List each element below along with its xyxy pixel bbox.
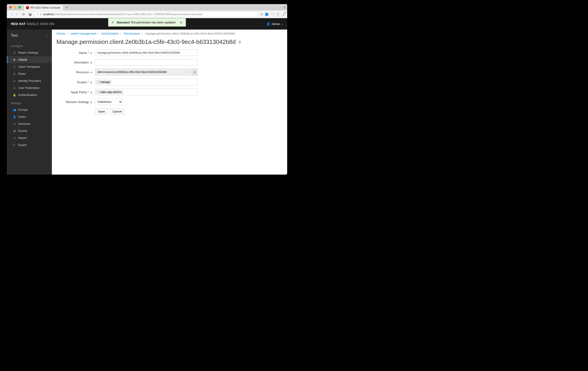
- page-title: Manage.permission.client.2e0b3b1a-c5fe-4…: [56, 39, 283, 45]
- url-field[interactable]: ⚲ ⊕ localhost:8080/auth/admin/master/con…: [35, 12, 258, 17]
- export-icon: ⇱: [13, 143, 16, 147]
- realm-selector[interactable]: Test ⌄: [7, 30, 52, 41]
- breadcrumb-permissions[interactable]: Permissions: [124, 32, 140, 35]
- forward-button[interactable]: 〉: [15, 12, 19, 16]
- sidebar-item-client-templates[interactable]: ⧉Client Templates: [7, 63, 52, 70]
- user-menu[interactable]: 👤 Admin ⌄: [266, 22, 283, 26]
- share-icon[interactable]: ⇪: [277, 12, 279, 16]
- search-icon: ⚲: [37, 13, 38, 16]
- globe-icon: ⊕: [40, 13, 42, 16]
- cancel-button[interactable]: Cancel: [110, 108, 125, 115]
- scopes-input[interactable]: ×manage: [95, 79, 198, 85]
- sidebar-item-label: Events: [18, 129, 27, 132]
- sidebar: Test ⌄ Configure ☰Realm Settings ⬢Client…: [7, 18, 52, 175]
- sidebar-item-user-federation[interactable]: ≋User Federation: [7, 84, 52, 91]
- reload-button[interactable]: ⟳: [22, 12, 25, 16]
- help-icon[interactable]: ◉: [90, 91, 92, 94]
- help-icon[interactable]: ◉: [90, 100, 92, 104]
- favorite-icon[interactable]: ♡: [271, 12, 274, 16]
- save-button[interactable]: Save: [95, 108, 108, 115]
- close-window-button[interactable]: [9, 6, 12, 9]
- resource-value: client.resource.2e0b3b1a-c5fe-43c0-9ec4-…: [97, 70, 167, 74]
- toast-title: Success!: [117, 21, 130, 24]
- list-icon: ≣: [13, 72, 16, 75]
- resource-dropdown-button[interactable]: ▾: [192, 69, 197, 75]
- sidebar-item-label: Authentication: [18, 93, 37, 97]
- label-scopes: Scopes: [77, 80, 87, 84]
- help-icon[interactable]: ◉: [90, 81, 92, 84]
- check-circle-icon: ✔: [112, 20, 115, 25]
- clock-icon: ◷: [13, 122, 16, 125]
- tab-overflow-icon[interactable]: ≡: [283, 5, 285, 10]
- breadcrumb-authorization[interactable]: Authorization: [101, 32, 119, 35]
- toast-close-button[interactable]: ✕: [180, 21, 182, 24]
- sidebar-item-label: User Federation: [18, 86, 39, 90]
- sidebar-item-identity-providers[interactable]: ⇄Identity Providers: [7, 77, 52, 84]
- apply-policy-input[interactable]: ×sales-app-admins: [95, 89, 198, 95]
- download-icon[interactable]: ⤓: [282, 12, 285, 16]
- sidebar-item-clients[interactable]: ⬢Clients: [7, 56, 52, 63]
- back-button[interactable]: 〈: [9, 12, 13, 16]
- chevron-down-icon: ⌄: [281, 23, 283, 25]
- sidebar-item-import[interactable]: ⇲Import: [7, 134, 52, 141]
- import-icon: ⇲: [13, 136, 16, 140]
- sidebar-item-events[interactable]: ▦Events: [7, 127, 52, 134]
- database-icon: ≋: [13, 86, 16, 90]
- help-icon[interactable]: ◉: [90, 71, 92, 74]
- sidebar-item-label: Sessions: [18, 122, 30, 125]
- maximize-window-button[interactable]: [18, 6, 21, 9]
- sliders-icon: ☰: [13, 51, 16, 54]
- apps-grid-icon[interactable]: ▦: [28, 12, 32, 16]
- name-input[interactable]: [95, 50, 198, 56]
- cube-icon: ⬢: [13, 58, 16, 61]
- resource-select[interactable]: client.resource.2e0b3b1a-c5fe-43c0-9ec4-…: [95, 69, 198, 75]
- sidebar-item-label: Export: [18, 143, 27, 147]
- sidebar-item-label: Client Templates: [18, 65, 40, 69]
- success-toast: ✔ Success! The permission has been updat…: [108, 18, 186, 27]
- sidebar-item-export[interactable]: ⇱Export: [7, 141, 52, 149]
- breadcrumb-clients[interactable]: Clients: [56, 32, 65, 35]
- calendar-icon: ▦: [13, 129, 16, 132]
- help-icon[interactable]: ◉: [90, 61, 92, 64]
- delete-button[interactable]: 🗑: [238, 40, 242, 44]
- policy-tag[interactable]: ×sales-app-admins: [96, 90, 123, 94]
- sidebar-item-authentication[interactable]: 🔒Authentication: [7, 91, 52, 99]
- sidebar-item-realm-settings[interactable]: ☰Realm Settings: [7, 49, 52, 56]
- breadcrumb: Clients» realm-management» Authorization…: [56, 32, 283, 35]
- redhat-favicon-icon: [26, 6, 29, 9]
- user-label: Admin: [272, 22, 280, 26]
- breadcrumb-realm-management[interactable]: realm-management: [71, 32, 96, 35]
- lock-icon: 🔒: [13, 93, 16, 97]
- tag-label: manage: [100, 80, 110, 84]
- sidebar-item-sessions[interactable]: ◷Sessions: [7, 120, 52, 127]
- user-icon: 👤: [13, 115, 16, 119]
- realm-name: Test: [11, 33, 18, 38]
- label-apply-policy: Apply Policy: [71, 90, 87, 94]
- remove-tag-icon[interactable]: ×: [98, 80, 99, 84]
- browser-tab[interactable]: RH-SSO Admin Console: [24, 5, 63, 10]
- exchange-icon: ⇄: [13, 79, 16, 82]
- scope-tag[interactable]: ×manage: [96, 80, 112, 84]
- decision-strategy-select[interactable]: Unanimous: [95, 99, 122, 105]
- sidebar-item-roles[interactable]: ≣Roles: [7, 70, 52, 77]
- brand-logo[interactable]: RED HAT SINGLE SIGN-ON: [11, 22, 54, 26]
- sidebar-item-users[interactable]: 👤Users: [7, 113, 52, 120]
- sidebar-item-groups[interactable]: 👥Groups: [7, 106, 52, 113]
- help-icon[interactable]: ◉: [90, 51, 92, 55]
- templates-icon: ⧉: [13, 65, 16, 69]
- shield-icon[interactable]: ✕: [265, 13, 268, 16]
- sidebar-item-label: Clients: [18, 58, 27, 61]
- label-name: Name: [79, 51, 87, 55]
- sidebar-section-manage: Manage: [7, 99, 52, 106]
- clear-resource-button[interactable]: ×: [189, 70, 190, 74]
- remove-tag-icon[interactable]: ×: [98, 90, 99, 94]
- sidebar-item-label: Realm Settings: [18, 51, 38, 54]
- url-host: localhost: [43, 13, 54, 16]
- window-controls: [9, 6, 21, 9]
- new-tab-button[interactable]: +: [64, 5, 69, 10]
- page-title-text: Manage.permission.client.2e0b3b1a-c5fe-4…: [56, 39, 236, 45]
- minimize-window-button[interactable]: [14, 6, 16, 9]
- browser-tab-bar: RH-SSO Admin Console + ≡: [7, 4, 287, 10]
- description-input[interactable]: [95, 59, 198, 65]
- sidebar-item-label: Identity Providers: [18, 79, 41, 82]
